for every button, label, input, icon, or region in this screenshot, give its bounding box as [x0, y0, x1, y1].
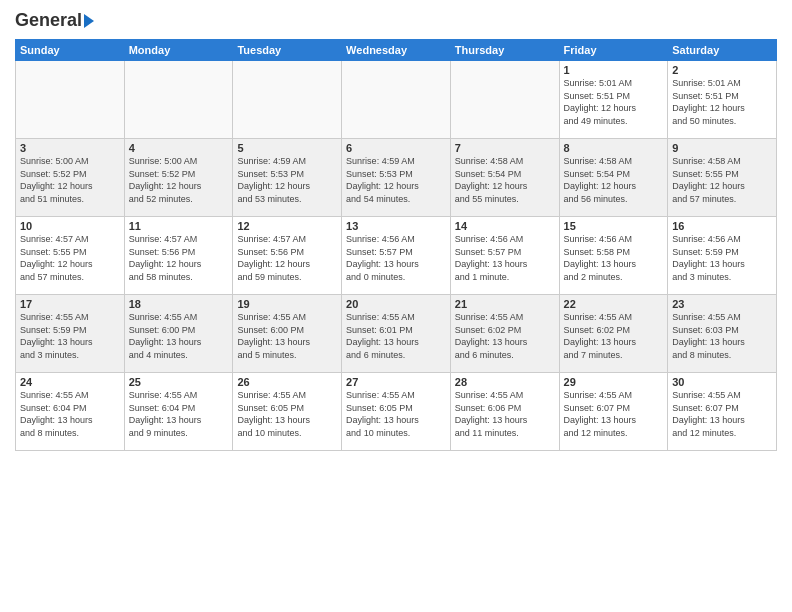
day-number: 6 [346, 142, 446, 154]
calendar-cell: 16Sunrise: 4:56 AM Sunset: 5:59 PM Dayli… [668, 217, 777, 295]
calendar-cell: 20Sunrise: 4:55 AM Sunset: 6:01 PM Dayli… [342, 295, 451, 373]
day-info: Sunrise: 4:56 AM Sunset: 5:59 PM Dayligh… [672, 233, 772, 283]
calendar-cell: 10Sunrise: 4:57 AM Sunset: 5:55 PM Dayli… [16, 217, 125, 295]
day-info: Sunrise: 5:01 AM Sunset: 5:51 PM Dayligh… [672, 77, 772, 127]
day-number: 30 [672, 376, 772, 388]
day-number: 4 [129, 142, 229, 154]
day-info: Sunrise: 4:55 AM Sunset: 5:59 PM Dayligh… [20, 311, 120, 361]
day-info: Sunrise: 5:00 AM Sunset: 5:52 PM Dayligh… [20, 155, 120, 205]
calendar-header-row: SundayMondayTuesdayWednesdayThursdayFrid… [16, 40, 777, 61]
day-number: 29 [564, 376, 664, 388]
day-number: 22 [564, 298, 664, 310]
day-info: Sunrise: 4:56 AM Sunset: 5:57 PM Dayligh… [346, 233, 446, 283]
day-number: 1 [564, 64, 664, 76]
calendar-cell: 27Sunrise: 4:55 AM Sunset: 6:05 PM Dayli… [342, 373, 451, 451]
calendar-cell: 19Sunrise: 4:55 AM Sunset: 6:00 PM Dayli… [233, 295, 342, 373]
header: General [15, 10, 777, 31]
calendar-cell: 18Sunrise: 4:55 AM Sunset: 6:00 PM Dayli… [124, 295, 233, 373]
day-number: 5 [237, 142, 337, 154]
day-info: Sunrise: 4:59 AM Sunset: 5:53 PM Dayligh… [346, 155, 446, 205]
calendar-week-row: 10Sunrise: 4:57 AM Sunset: 5:55 PM Dayli… [16, 217, 777, 295]
day-header-thursday: Thursday [450, 40, 559, 61]
calendar-cell [233, 61, 342, 139]
calendar-cell: 21Sunrise: 4:55 AM Sunset: 6:02 PM Dayli… [450, 295, 559, 373]
day-info: Sunrise: 4:55 AM Sunset: 6:05 PM Dayligh… [346, 389, 446, 439]
calendar-week-row: 17Sunrise: 4:55 AM Sunset: 5:59 PM Dayli… [16, 295, 777, 373]
calendar-cell: 5Sunrise: 4:59 AM Sunset: 5:53 PM Daylig… [233, 139, 342, 217]
calendar-cell: 2Sunrise: 5:01 AM Sunset: 5:51 PM Daylig… [668, 61, 777, 139]
day-number: 11 [129, 220, 229, 232]
day-info: Sunrise: 4:55 AM Sunset: 6:01 PM Dayligh… [346, 311, 446, 361]
day-info: Sunrise: 4:55 AM Sunset: 6:05 PM Dayligh… [237, 389, 337, 439]
day-number: 28 [455, 376, 555, 388]
calendar-cell: 30Sunrise: 4:55 AM Sunset: 6:07 PM Dayli… [668, 373, 777, 451]
day-number: 2 [672, 64, 772, 76]
day-number: 20 [346, 298, 446, 310]
logo-arrow-icon [84, 14, 94, 28]
day-info: Sunrise: 4:56 AM Sunset: 5:58 PM Dayligh… [564, 233, 664, 283]
calendar-table: SundayMondayTuesdayWednesdayThursdayFrid… [15, 39, 777, 451]
day-header-wednesday: Wednesday [342, 40, 451, 61]
day-info: Sunrise: 4:57 AM Sunset: 5:56 PM Dayligh… [237, 233, 337, 283]
calendar-cell: 13Sunrise: 4:56 AM Sunset: 5:57 PM Dayli… [342, 217, 451, 295]
day-header-monday: Monday [124, 40, 233, 61]
day-info: Sunrise: 4:55 AM Sunset: 6:04 PM Dayligh… [20, 389, 120, 439]
calendar-cell: 7Sunrise: 4:58 AM Sunset: 5:54 PM Daylig… [450, 139, 559, 217]
day-info: Sunrise: 4:58 AM Sunset: 5:54 PM Dayligh… [455, 155, 555, 205]
calendar-cell: 8Sunrise: 4:58 AM Sunset: 5:54 PM Daylig… [559, 139, 668, 217]
calendar-cell: 3Sunrise: 5:00 AM Sunset: 5:52 PM Daylig… [16, 139, 125, 217]
calendar-cell: 26Sunrise: 4:55 AM Sunset: 6:05 PM Dayli… [233, 373, 342, 451]
calendar-cell: 29Sunrise: 4:55 AM Sunset: 6:07 PM Dayli… [559, 373, 668, 451]
day-info: Sunrise: 4:55 AM Sunset: 6:02 PM Dayligh… [564, 311, 664, 361]
day-number: 18 [129, 298, 229, 310]
day-number: 13 [346, 220, 446, 232]
calendar-cell: 17Sunrise: 4:55 AM Sunset: 5:59 PM Dayli… [16, 295, 125, 373]
day-number: 24 [20, 376, 120, 388]
calendar-cell: 28Sunrise: 4:55 AM Sunset: 6:06 PM Dayli… [450, 373, 559, 451]
day-number: 21 [455, 298, 555, 310]
day-info: Sunrise: 4:55 AM Sunset: 6:03 PM Dayligh… [672, 311, 772, 361]
day-info: Sunrise: 4:55 AM Sunset: 6:07 PM Dayligh… [564, 389, 664, 439]
day-number: 25 [129, 376, 229, 388]
calendar-cell [342, 61, 451, 139]
calendar-cell: 9Sunrise: 4:58 AM Sunset: 5:55 PM Daylig… [668, 139, 777, 217]
day-number: 12 [237, 220, 337, 232]
day-header-saturday: Saturday [668, 40, 777, 61]
day-info: Sunrise: 4:55 AM Sunset: 6:00 PM Dayligh… [129, 311, 229, 361]
day-number: 14 [455, 220, 555, 232]
day-number: 19 [237, 298, 337, 310]
day-number: 8 [564, 142, 664, 154]
day-info: Sunrise: 4:55 AM Sunset: 6:00 PM Dayligh… [237, 311, 337, 361]
calendar-cell: 22Sunrise: 4:55 AM Sunset: 6:02 PM Dayli… [559, 295, 668, 373]
day-info: Sunrise: 4:57 AM Sunset: 5:56 PM Dayligh… [129, 233, 229, 283]
day-info: Sunrise: 4:55 AM Sunset: 6:07 PM Dayligh… [672, 389, 772, 439]
calendar-week-row: 24Sunrise: 4:55 AM Sunset: 6:04 PM Dayli… [16, 373, 777, 451]
calendar-cell [124, 61, 233, 139]
day-number: 7 [455, 142, 555, 154]
calendar-cell [16, 61, 125, 139]
day-info: Sunrise: 4:58 AM Sunset: 5:55 PM Dayligh… [672, 155, 772, 205]
calendar-cell: 24Sunrise: 4:55 AM Sunset: 6:04 PM Dayli… [16, 373, 125, 451]
calendar-cell: 12Sunrise: 4:57 AM Sunset: 5:56 PM Dayli… [233, 217, 342, 295]
calendar-cell: 11Sunrise: 4:57 AM Sunset: 5:56 PM Dayli… [124, 217, 233, 295]
calendar-cell: 23Sunrise: 4:55 AM Sunset: 6:03 PM Dayli… [668, 295, 777, 373]
day-number: 17 [20, 298, 120, 310]
logo-text: General [15, 10, 94, 31]
day-info: Sunrise: 4:57 AM Sunset: 5:55 PM Dayligh… [20, 233, 120, 283]
calendar-cell [450, 61, 559, 139]
day-info: Sunrise: 4:55 AM Sunset: 6:04 PM Dayligh… [129, 389, 229, 439]
calendar-cell: 1Sunrise: 5:01 AM Sunset: 5:51 PM Daylig… [559, 61, 668, 139]
day-info: Sunrise: 4:59 AM Sunset: 5:53 PM Dayligh… [237, 155, 337, 205]
calendar-week-row: 1Sunrise: 5:01 AM Sunset: 5:51 PM Daylig… [16, 61, 777, 139]
day-header-tuesday: Tuesday [233, 40, 342, 61]
day-number: 26 [237, 376, 337, 388]
day-number: 15 [564, 220, 664, 232]
day-header-sunday: Sunday [16, 40, 125, 61]
calendar-cell: 14Sunrise: 4:56 AM Sunset: 5:57 PM Dayli… [450, 217, 559, 295]
day-info: Sunrise: 4:58 AM Sunset: 5:54 PM Dayligh… [564, 155, 664, 205]
logo: General [15, 10, 94, 31]
day-info: Sunrise: 4:56 AM Sunset: 5:57 PM Dayligh… [455, 233, 555, 283]
day-header-friday: Friday [559, 40, 668, 61]
calendar-cell: 6Sunrise: 4:59 AM Sunset: 5:53 PM Daylig… [342, 139, 451, 217]
page-container: General SundayMondayTuesdayWednesdayThur… [0, 0, 792, 461]
